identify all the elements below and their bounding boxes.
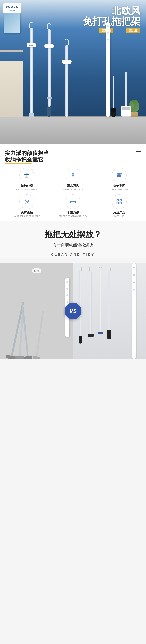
- card-title-block: 实力派的颜值担当 收纳拖把全靠它: [4, 150, 49, 163]
- mop-1-hook: [30, 22, 34, 28]
- rmount-dot1: [133, 266, 135, 268]
- cabinet-left: [0, 62, 23, 117]
- tb-head: [110, 108, 116, 117]
- vs-text: VS: [69, 308, 77, 314]
- hero-tag2: 高品质: [126, 28, 140, 34]
- tb-bristles: [110, 108, 116, 112]
- mount-hole1: [107, 25, 109, 27]
- feature-label-en-6: WIDE USE: [114, 215, 124, 217]
- messy-pole-4: [36, 311, 44, 357]
- mop-2-pole: ecoco: [48, 29, 51, 107]
- feature-icon-drain: [66, 168, 80, 182]
- hero-title-line1: 北欧风: [83, 6, 140, 16]
- clip-icon: [115, 171, 123, 179]
- mop-1-head: [29, 113, 34, 117]
- feature-icon-clip: [112, 168, 126, 182]
- feature-wideuse: 用途广泛 WIDE USE: [97, 194, 142, 217]
- svg-rect-12: [116, 173, 122, 174]
- cm3-head: [98, 332, 103, 334]
- grid-icon: [115, 198, 123, 206]
- svg-rect-22: [117, 202, 119, 204]
- mop-2-badge: ecoco: [44, 44, 54, 48]
- toilet-brush: [110, 76, 116, 117]
- svg-rect-20: [117, 199, 119, 201]
- menu-icon[interactable]: [136, 151, 142, 154]
- card-title-line2: 收纳拖把全靠它: [4, 156, 44, 163]
- feature-label-cn-2: 沥水通风: [67, 184, 79, 188]
- feature-label-cn-1: 简约外观: [21, 184, 33, 188]
- cm3-hook: [99, 266, 102, 271]
- hero-title-block: 北欧风 免打孔拖把架 高颜值 高品质: [83, 6, 140, 34]
- svg-rect-11: [120, 174, 121, 177]
- cleaning-brush: [121, 72, 131, 117]
- feature-label-cn-5: 承重力强: [67, 210, 79, 214]
- promo-section: 拖把无处摆放？ 有一面墙就能轻松解决 CLEAN AND TIDY: [0, 221, 146, 258]
- mop-3: ecoco: [65, 39, 69, 117]
- bacteria-label: 细菌: [34, 270, 39, 272]
- vs-section: 细菌 VS: [0, 263, 146, 359]
- clean-mop-2: [88, 266, 94, 336]
- feature-icon-nonail: [20, 194, 34, 209]
- feature-label-en-3: THE CLIP IS FIRM: [111, 188, 128, 191]
- rmount-dot2: [133, 274, 135, 276]
- card-header: 实力派的颜值担当 收纳拖把全靠它: [4, 150, 142, 163]
- vs-circle: VS: [65, 303, 81, 319]
- wall-picture: [4, 11, 20, 33]
- title-underline: [4, 163, 32, 164]
- cm2-pole: [90, 271, 92, 334]
- promo-divider: [68, 224, 78, 224]
- messy-head-2: [15, 356, 24, 359]
- cm3-pole: [100, 271, 102, 332]
- cm4-head: [107, 330, 111, 340]
- cm2-hook: [89, 266, 92, 271]
- barbell-icon: [69, 198, 77, 206]
- mount-dot-l2: [66, 288, 68, 290]
- tools-icon: [23, 198, 31, 206]
- mop-2-clamp: [46, 97, 52, 99]
- svg-rect-19: [75, 200, 76, 203]
- card-title-line1: 实力派的颜值担当: [4, 150, 49, 156]
- mop-2-badge-text: ecoco: [47, 46, 52, 47]
- mop-1-badge: ecoco: [26, 43, 36, 47]
- promo-answer: 有一面墙就能轻松解决: [0, 242, 146, 248]
- feature-appearance: 简约外观 SIMPLE APPEARANCE: [4, 168, 49, 191]
- feature-label-cn-6: 用途广泛: [113, 210, 125, 214]
- clean-mop-4: [107, 266, 111, 340]
- product-icon: [23, 171, 31, 179]
- clean-tidy-badge-container: CLEAN AND TIDY: [0, 251, 146, 258]
- rmount-dot3: [133, 282, 135, 283]
- feature-label-cn-3: 夹物牢固: [113, 184, 125, 188]
- feature-drain: 沥水通风 DRAIN VENTILATION: [51, 168, 95, 191]
- svg-rect-3: [24, 174, 30, 175]
- mop-3-hook: [65, 39, 69, 45]
- messy-head-3: [24, 356, 32, 359]
- clean-tidy-text: CLEAN AND TIDY: [46, 251, 100, 258]
- cm4-hook: [108, 266, 110, 271]
- features-card: 实力派的颜值担当 收纳拖把全靠它 简约外观 SI: [0, 144, 146, 221]
- hero-tag-divider: [116, 31, 124, 31]
- cm2-head: [88, 334, 94, 336]
- cb-bristles: [122, 107, 130, 116]
- mount-dot-l1: [66, 281, 68, 283]
- messy-mop-4: [32, 310, 47, 359]
- vs-right-panel: [73, 263, 146, 359]
- messy-head-4: [32, 356, 40, 359]
- mount-dot-l4: [66, 301, 68, 303]
- feature-icon-wideuse: [112, 194, 126, 209]
- feature-icon-bearing: [66, 194, 80, 209]
- logo-divider: [6, 9, 19, 9]
- feature-label-en-2: DRAIN VENTILATION: [63, 188, 83, 191]
- svg-rect-10: [119, 174, 120, 177]
- mop-2-head: [47, 107, 51, 117]
- hero-title-line2: 免打孔拖把架: [83, 16, 140, 27]
- mount-hole3: [107, 39, 109, 41]
- feature-icon-appearance: [20, 168, 34, 182]
- clean-mop-1: [78, 266, 82, 344]
- mop-2: ecoco: [47, 23, 51, 117]
- rmount-dot4: [133, 289, 135, 291]
- feature-label-en-4: NAILFREE AND DRILLFREE: [14, 215, 40, 217]
- cm1-head: [78, 336, 82, 344]
- mount-hole2: [107, 32, 109, 34]
- svg-rect-9: [118, 174, 119, 177]
- water-icon: [69, 171, 77, 179]
